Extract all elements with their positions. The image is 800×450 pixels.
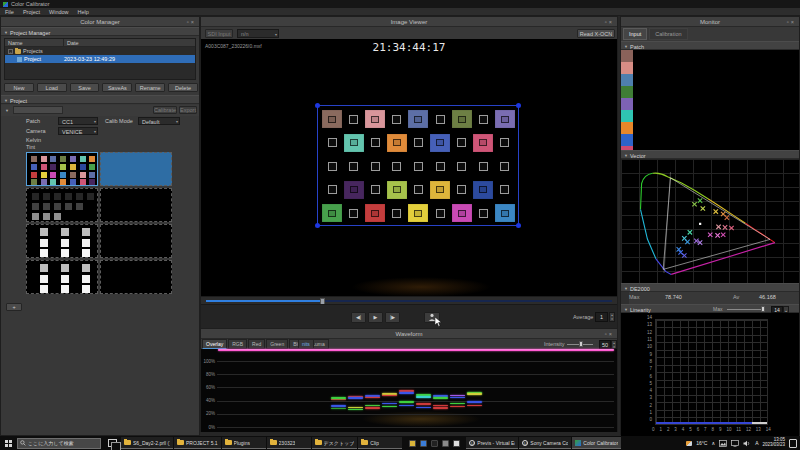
menu-item-2[interactable]: Window — [49, 9, 69, 15]
patch-thumbnail-white-2[interactable] — [26, 260, 98, 294]
calib-mode-select[interactable]: Default▾ — [138, 117, 180, 125]
linearity-section-header[interactable]: ▼Linearity Max 14 ▴▾ — [621, 304, 799, 313]
task-view-button[interactable] — [108, 439, 117, 447]
notification-center-icon[interactable] — [789, 439, 797, 448]
taskbar-app-2[interactable]: Color Calibrator — [572, 437, 621, 449]
thumb-swatch — [82, 275, 90, 283]
taskbar-app-icon-3[interactable] — [442, 440, 449, 447]
viewer-display[interactable]: 21:34:44:17 A003C087_230226I0.mxf — [201, 39, 617, 296]
calibrate-button[interactable]: Calibrate — [153, 106, 177, 114]
waveform-tab-green[interactable]: Green — [266, 339, 288, 349]
de2000-section-header[interactable]: ▼DE2000 — [621, 283, 799, 292]
speaker-icon[interactable] — [743, 440, 751, 447]
collapse-icon[interactable]: ▼ — [5, 108, 9, 113]
read-xocn-button[interactable]: Read X-OCN — [577, 29, 615, 38]
channel-select[interactable]: n/n▾ — [237, 29, 279, 38]
thumb-swatch — [40, 275, 48, 283]
add-patch-button[interactable]: + — [6, 303, 22, 311]
step-back-button[interactable]: ◀| — [351, 312, 366, 323]
waveform-tab-red[interactable]: Red — [248, 339, 265, 349]
project-button-0[interactable]: New — [4, 83, 34, 92]
tree-row-projects[interactable]: - Projects — [5, 47, 195, 55]
linearity-max-slider[interactable] — [727, 309, 765, 310]
column-date[interactable]: Date — [63, 39, 79, 46]
intensity-stepper[interactable]: ▴▾ — [611, 340, 617, 349]
taskbar-folder-1[interactable]: PROJECT 5.1 — [174, 437, 221, 449]
average-value[interactable]: 1 — [595, 312, 608, 322]
weather-icon[interactable] — [686, 441, 692, 446]
waveform-tab-overlay[interactable]: Overlay — [202, 339, 227, 349]
taskbar-app-0[interactable]: UPrevis - Virtual Editor — [466, 437, 518, 449]
waveform-tab-rgb[interactable]: RGB — [228, 339, 247, 349]
taskbar-app-icon-1[interactable] — [420, 440, 427, 447]
project-button-3[interactable]: SaveAs — [102, 83, 132, 92]
average-stepper[interactable]: ▴▾ — [609, 312, 615, 322]
patch-select[interactable]: CC1▾ — [58, 117, 98, 125]
column-name[interactable]: Name — [5, 39, 63, 46]
taskbar-search[interactable]: ここに入力して検索 — [17, 438, 101, 449]
tab-input[interactable]: Input — [623, 28, 647, 40]
patch-thumbnail-empty-1[interactable] — [100, 188, 172, 222]
intensity-value[interactable]: 50 — [599, 340, 611, 349]
unit-toggle[interactable]: nits — [298, 339, 314, 349]
waveform-trace — [467, 393, 482, 395]
patch-thumbnail-color[interactable] — [26, 152, 98, 186]
tray-chevron-icon[interactable]: ∧ — [711, 440, 715, 446]
selection-handle[interactable] — [516, 223, 521, 228]
taskbar-app-icon-0[interactable] — [409, 440, 416, 447]
taskbar-app-1[interactable]: USony Camera Contr... — [519, 437, 571, 449]
menu-item-0[interactable]: File — [5, 9, 14, 15]
taskbar-app-icon-4[interactable] — [453, 440, 460, 447]
tab-calibration[interactable]: Calibration — [649, 28, 687, 40]
taskbar-folder-4[interactable]: デスクトップ — [312, 437, 358, 449]
taskbar-folder-5[interactable]: Clip — [358, 437, 402, 449]
taskbar-folder-0[interactable]: S6_Day2-2.prll (互換... — [121, 437, 173, 449]
close-icon[interactable]: × — [609, 331, 614, 337]
close-icon[interactable]: × — [191, 19, 196, 25]
patch-thumbnail-gray[interactable] — [26, 188, 98, 222]
camera-select[interactable]: VENICE▾ — [58, 127, 98, 135]
project-manager-header[interactable]: ▼Project Manager — [1, 27, 199, 36]
project-section-header[interactable]: ▼Project — [1, 95, 199, 104]
intensity-slider-handle[interactable] — [579, 341, 583, 347]
taskbar-app-icon-2[interactable] — [431, 440, 438, 447]
patch-thumbnail-selected[interactable] — [100, 152, 172, 186]
display-icon[interactable] — [731, 440, 739, 447]
menu-item-3[interactable]: Help — [78, 9, 89, 15]
step-forward-button[interactable]: |▶ — [385, 312, 400, 323]
linearity-max-slider-handle[interactable] — [761, 306, 765, 312]
close-icon[interactable]: × — [609, 19, 614, 25]
project-button-2[interactable]: Save — [70, 83, 100, 92]
close-icon[interactable]: × — [791, 19, 796, 25]
patch-section-header[interactable]: ▼Patch — [621, 41, 799, 50]
vector-section-header[interactable]: ▼Vector — [621, 150, 799, 159]
checker-marker — [500, 185, 509, 194]
taskbar-folder-3[interactable]: 230323 — [267, 437, 311, 449]
picture-icon[interactable] — [719, 440, 727, 447]
tray-temperature[interactable]: 16°C — [696, 440, 707, 446]
project-name-field[interactable] — [13, 106, 63, 114]
project-button-1[interactable]: Load — [37, 83, 67, 92]
linearity-max-stepper[interactable]: ▴▾ — [783, 306, 789, 313]
project-button-4[interactable]: Rename — [135, 83, 165, 92]
menu-item-1[interactable]: Project — [23, 9, 40, 15]
linearity-max-value[interactable]: 14 — [771, 306, 783, 313]
patch-thumbnail-empty-2[interactable] — [100, 224, 172, 258]
ime-indicator[interactable]: A — [755, 440, 758, 446]
selection-handle[interactable] — [315, 223, 320, 228]
collapse-node-icon[interactable]: - — [8, 49, 13, 54]
export-button[interactable]: Export — [179, 106, 197, 114]
start-button[interactable] — [5, 440, 12, 447]
patch-inner-marker — [393, 139, 401, 146]
taskbar-folder-2[interactable]: Plugins — [222, 437, 266, 449]
selection-handle[interactable] — [315, 103, 320, 108]
project-button-5[interactable]: Delete — [168, 83, 198, 92]
color-checker-selection[interactable] — [317, 105, 519, 226]
patch-thumbnail-white-1[interactable] — [26, 224, 98, 258]
selection-handle[interactable] — [516, 103, 521, 108]
patch-thumbnail-empty-3[interactable] — [100, 260, 172, 294]
tree-row-project[interactable]: Project 2023-03-23 12:49:29 — [5, 55, 195, 63]
clock[interactable]: 13:05 2023/03/23 — [762, 438, 785, 448]
sdi-input-button[interactable]: SDI Input — [205, 29, 233, 38]
play-button[interactable]: ▶ — [368, 312, 383, 323]
